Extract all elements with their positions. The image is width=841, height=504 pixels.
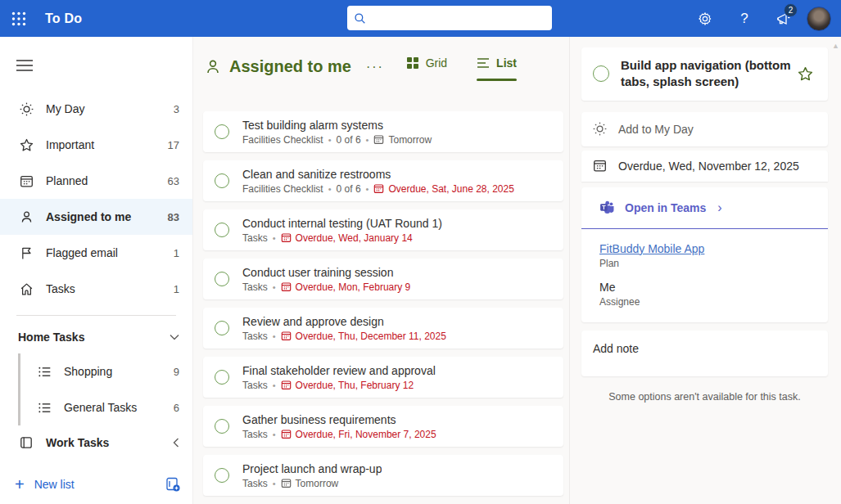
task-list-name: Tasks: [242, 478, 268, 489]
task-row[interactable]: Clean and sanitize restrooms Facilities …: [203, 160, 563, 201]
app-title: To Do: [45, 11, 82, 26]
task-row[interactable]: Conduct internal testing (UAT Round 1) T…: [203, 209, 563, 250]
grid-icon: [406, 56, 419, 70]
sidebar-item-count: 9: [174, 366, 179, 378]
detail-task-title[interactable]: Build app navigation (bottom tabs, splas…: [621, 57, 794, 91]
new-list-button[interactable]: + New list: [15, 476, 165, 493]
scrollbar-arrow-icon[interactable]: ▲: [832, 42, 839, 50]
chevron-left-icon: [173, 438, 179, 448]
sidebar-item-my-day[interactable]: My Day 3: [0, 91, 192, 127]
task-checkbox[interactable]: [215, 370, 229, 385]
search-input[interactable]: [371, 12, 545, 25]
list-view-label: List: [496, 56, 517, 70]
search-box[interactable]: [347, 6, 552, 30]
sidebar-item-planned[interactable]: Planned 63: [0, 163, 192, 199]
task-meta: Tasks Overdue, Thu, December 11, 2025: [242, 331, 446, 342]
plus-icon: +: [15, 476, 25, 493]
task-due: Overdue, Thu, February 12: [281, 380, 414, 391]
avatar[interactable]: [807, 7, 831, 31]
task-due-text: Overdue, Mon, February 9: [296, 281, 411, 293]
grid-view-button[interactable]: Grid: [406, 52, 447, 81]
task-due-text: Overdue, Fri, November 7, 2025: [296, 429, 436, 440]
task-checkbox[interactable]: [215, 124, 229, 139]
sidebar-list-shopping[interactable]: Shopping 9: [20, 353, 192, 389]
task-row[interactable]: Review and approve design Tasks: [203, 308, 563, 349]
task-row[interactable]: Gather business requirements Tasks: [203, 406, 563, 447]
person-icon: [205, 59, 221, 75]
task-due: Overdue, Fri, November 7, 2025: [281, 429, 436, 440]
task-checkbox[interactable]: [215, 173, 229, 188]
task-meta: Tasks Overdue, Thu, February 12: [242, 380, 436, 391]
group-home-tasks-lists: Shopping 9 General Tasks 6: [18, 353, 192, 425]
group-icon: [18, 436, 34, 449]
create-group-button[interactable]: [165, 476, 181, 493]
task-row[interactable]: Final stakeholder review and approval Ta…: [203, 357, 563, 398]
sidebar-item-flagged-email[interactable]: Flagged email 1: [0, 235, 192, 271]
teams-card: Open in Teams › FitBuddy Mobile App Plan…: [581, 187, 828, 322]
task-due-text: Overdue, Thu, February 12: [296, 380, 414, 391]
todo-app: To Do ?: [0, 0, 841, 504]
star-icon[interactable]: [798, 66, 813, 82]
assignee-sublabel: Assignee: [599, 296, 816, 308]
task-list-name: Tasks: [242, 331, 268, 342]
group-label: Work Tasks: [46, 436, 173, 449]
task-title: Gather business requirements: [242, 413, 436, 426]
task-checkbox[interactable]: [215, 419, 229, 434]
task-checkbox[interactable]: [215, 321, 229, 335]
add-to-my-day-button[interactable]: Add to My Day: [581, 112, 828, 146]
help-button[interactable]: ?: [728, 0, 761, 37]
task-row[interactable]: Conduct user training session Tasks: [203, 259, 563, 299]
separator-dot: [328, 183, 332, 195]
due-date-row[interactable]: Overdue, Wed, November 12, 2025: [581, 151, 828, 182]
sidebar-item-important[interactable]: Important 17: [0, 127, 192, 163]
settings-button[interactable]: [689, 0, 721, 37]
task-row[interactable]: Test building alarm systems Facilities C…: [203, 111, 563, 152]
hamburger-button[interactable]: [7, 52, 43, 79]
sidebar-list-general-tasks[interactable]: General Tasks 6: [20, 389, 192, 425]
view-toggle: Grid List: [406, 52, 563, 81]
sidebar-item-count: 83: [168, 211, 179, 223]
task-detail-panel: ▲ Build app navigation (bottom tabs, spl…: [569, 37, 841, 504]
task-checkbox[interactable]: [215, 468, 229, 483]
open-in-teams-button[interactable]: Open in Teams ›: [581, 187, 828, 228]
home-icon: [18, 282, 34, 296]
list-options-button[interactable]: ···: [363, 60, 387, 74]
detail-footer-note: Some options aren't available for this t…: [581, 391, 828, 403]
sidebar-item-tasks[interactable]: Tasks 1: [0, 271, 192, 307]
add-note-field[interactable]: Add note: [581, 331, 828, 376]
due-date-text: Overdue, Wed, November 12, 2025: [618, 160, 799, 173]
task-title: Project launch and wrap-up: [242, 462, 382, 475]
task-due: Overdue, Thu, December 11, 2025: [281, 331, 446, 342]
flag-icon: [18, 246, 34, 260]
task-title: Conduct internal testing (UAT Round 1): [242, 217, 442, 230]
sidebar-nav: My Day 3 Important 17: [0, 91, 192, 307]
task-row[interactable]: Project launch and wrap-up Tasks: [203, 455, 563, 496]
task-checkbox[interactable]: [215, 223, 229, 237]
list-icon: [36, 365, 52, 379]
plan-link[interactable]: FitBuddy Mobile App: [599, 242, 704, 255]
new-group-icon: [165, 476, 181, 493]
separator-dot: [273, 478, 276, 489]
task-due: Overdue, Wed, January 14: [281, 232, 413, 244]
separator-dot: [273, 429, 276, 440]
group-home-tasks[interactable]: Home Tasks: [0, 321, 192, 353]
detail-title-card: Build app navigation (bottom tabs, splas…: [581, 47, 828, 101]
sidebar-item-label: General Tasks: [64, 401, 174, 414]
help-icon: ?: [740, 11, 748, 27]
app-launcher-button[interactable]: [0, 0, 37, 37]
sidebar-divider: [16, 315, 176, 316]
task-meta: Facilities Checklist 0 of 6 Tomorrow: [242, 134, 432, 146]
calendar-icon: [18, 174, 34, 188]
detail-task-checkbox[interactable]: [593, 65, 609, 82]
sidebar-item-assigned-to-me[interactable]: Assigned to me 83: [0, 199, 192, 235]
task-checkbox[interactable]: [215, 272, 229, 286]
sidebar-item-count: 1: [174, 247, 179, 259]
group-work-tasks[interactable]: Work Tasks: [0, 425, 192, 460]
task-meta: Tasks Overdue, Wed, January 14: [242, 232, 442, 244]
separator-dot: [273, 232, 276, 244]
list-view-button[interactable]: List: [477, 52, 517, 81]
search-icon: [354, 12, 366, 25]
task-list-name: Tasks: [242, 429, 268, 440]
announcements-button[interactable]: 2: [767, 0, 800, 37]
calendar-icon: [593, 159, 607, 173]
